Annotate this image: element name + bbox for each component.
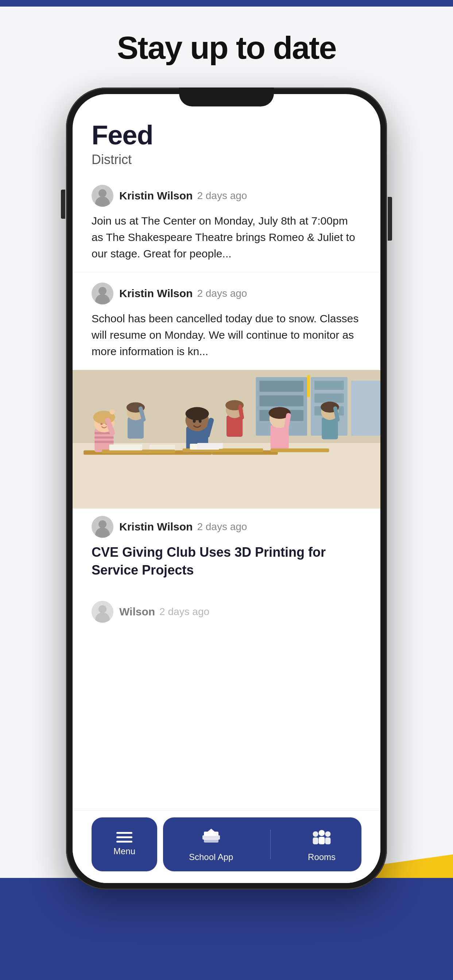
phone-mockup: Feed District Kristin Wilson 2 days ago … (66, 88, 387, 889)
post-4-time: 2 days ago (160, 606, 209, 617)
school-app-label: School App (189, 852, 233, 862)
post-4-meta: Wilson 2 days ago (91, 601, 362, 623)
post-3-meta: Kristin Wilson 2 days ago (91, 516, 362, 538)
post-1-avatar (91, 185, 113, 207)
post-3-author: Kristin Wilson (119, 520, 193, 533)
feed-subtitle: District (91, 152, 362, 167)
post-3-author-info: Kristin Wilson 2 days ago (119, 520, 247, 533)
menu-line-3 (116, 841, 132, 843)
nav-group-right: School App (163, 818, 362, 871)
feed-title: Feed (91, 119, 362, 151)
post-2-author-info: Kristin Wilson 2 days ago (119, 287, 247, 300)
feed-post-3[interactable]: Kristin Wilson 2 days ago CVE Giving Clu… (73, 370, 380, 595)
svg-point-62 (313, 831, 318, 837)
post-2-avatar (91, 283, 113, 304)
top-status-bar (0, 0, 453, 6)
svg-point-64 (319, 830, 325, 836)
post-3-image (73, 370, 380, 509)
feed-post-1[interactable]: Kristin Wilson 2 days ago Join us at The… (73, 175, 380, 272)
post-1-meta: Kristin Wilson 2 days ago (91, 185, 362, 207)
menu-line-1 (116, 832, 132, 834)
page-heading-section: Stay up to date (0, 29, 453, 66)
school-app-icon (200, 827, 222, 848)
svg-rect-67 (325, 837, 330, 845)
post-1-time: 2 days ago (197, 190, 247, 202)
menu-label: Menu (113, 846, 135, 856)
svg-marker-61 (207, 829, 215, 832)
menu-icon (116, 832, 132, 843)
page-title: Stay up to date (0, 29, 453, 66)
phone-outer-frame: Feed District Kristin Wilson 2 days ago … (66, 88, 387, 889)
screen-content: Feed District Kristin Wilson 2 days ago … (73, 94, 380, 883)
svg-rect-57 (73, 370, 380, 509)
svg-point-66 (325, 831, 330, 837)
rooms-icon (311, 827, 333, 848)
school-app-nav-item[interactable]: School App (189, 827, 233, 862)
post-2-text: School has been cancelled today due to s… (91, 310, 362, 360)
blue-footer (0, 878, 453, 980)
post-4-avatar (91, 601, 113, 623)
bottom-navigation: Menu (73, 810, 380, 883)
feed-post-2[interactable]: Kristin Wilson 2 days ago School has bee… (73, 272, 380, 370)
post-4-author-info: Wilson 2 days ago (119, 606, 209, 618)
phone-notch (179, 88, 274, 107)
post-3-headline: CVE Giving Club Uses 3D Printing for Ser… (91, 544, 362, 579)
post-2-meta: Kristin Wilson 2 days ago (91, 283, 362, 304)
post-1-text: Join us at The Center on Monday, July 8t… (91, 213, 362, 262)
rooms-nav-item[interactable]: Rooms (308, 827, 335, 862)
menu-button[interactable]: Menu (91, 818, 157, 871)
post-1-author-info: Kristin Wilson 2 days ago (119, 189, 247, 202)
phone-screen: Feed District Kristin Wilson 2 days ago … (73, 94, 380, 883)
post-4-author: Wilson (119, 606, 155, 618)
nav-divider (270, 830, 271, 859)
menu-line-2 (116, 836, 132, 838)
post-3-time: 2 days ago (197, 521, 247, 533)
post-1-author: Kristin Wilson (119, 189, 193, 202)
post-3-meta-area: Kristin Wilson 2 days ago CVE Giving Clu… (73, 509, 380, 585)
post-3-avatar (91, 516, 113, 538)
svg-rect-63 (313, 837, 318, 845)
post-2-author: Kristin Wilson (119, 287, 193, 300)
svg-rect-65 (319, 837, 325, 845)
feed-post-4-partial: Wilson 2 days ago (73, 595, 380, 635)
rooms-label: Rooms (308, 852, 335, 862)
post-2-time: 2 days ago (197, 288, 247, 299)
